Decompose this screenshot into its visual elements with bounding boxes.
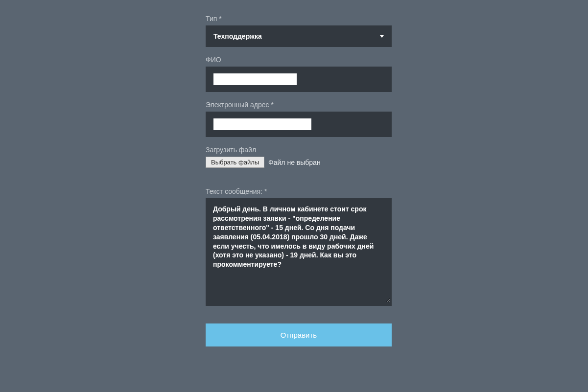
email-group: Электронный адрес * (206, 101, 392, 137)
type-group: Тип * Техподдержка (206, 15, 392, 47)
fio-group: ФИО (206, 56, 392, 92)
file-row: Выбрать файлы Файл не выбран (206, 157, 392, 168)
type-label: Тип * (206, 15, 392, 23)
file-status-text: Файл не выбран (268, 159, 321, 166)
email-label: Электронный адрес * (206, 101, 392, 109)
email-input[interactable] (213, 118, 311, 130)
message-group: Текст сообщения: * (206, 187, 392, 306)
fio-input-wrapper (206, 67, 392, 92)
file-group: Загрузить файл Выбрать файлы Файл не выб… (206, 146, 392, 168)
message-label: Текст сообщения: * (206, 187, 392, 195)
message-textarea-wrapper (206, 198, 392, 306)
file-label: Загрузить файл (206, 146, 392, 154)
submit-button[interactable]: Отправить (206, 323, 392, 346)
fio-input[interactable] (213, 73, 297, 85)
email-input-wrapper (206, 112, 392, 137)
type-select[interactable]: Техподдержка (206, 25, 392, 47)
chevron-down-icon (380, 35, 384, 38)
support-form: Тип * Техподдержка ФИО Электронный адрес… (206, 15, 392, 346)
type-selected-value: Техподдержка (213, 32, 262, 40)
file-choose-button[interactable]: Выбрать файлы (206, 157, 264, 168)
fio-label: ФИО (206, 56, 392, 64)
message-textarea[interactable] (207, 200, 390, 302)
